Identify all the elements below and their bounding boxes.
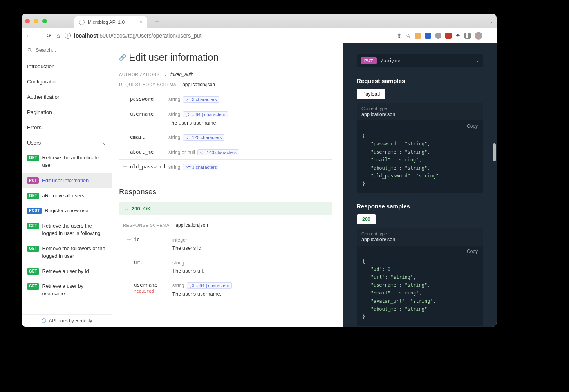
window-close-button[interactable] — [25, 19, 30, 23]
nav-item[interactable]: Errors — [22, 120, 112, 135]
link-icon[interactable]: 🔗 — [119, 54, 126, 61]
subnav-item[interactable]: GETaRetrieve all users — [22, 188, 112, 204]
response-codebox: Content type application/json Copy { "id… — [357, 228, 483, 326]
param-constraint: >= 3 characters — [183, 96, 220, 103]
extension-4[interactable] — [445, 33, 452, 39]
request-sample-code[interactable]: { "password": "string", "username": "str… — [357, 132, 483, 188]
method-badge: POST — [27, 208, 42, 214]
param-type: string or null — [168, 150, 195, 155]
payload-tab[interactable]: Payload — [357, 89, 385, 99]
param-constraint: >= 3 characters — [183, 164, 220, 170]
subnav-item[interactable]: POSTRegister a new user — [22, 203, 112, 219]
nav-section-users[interactable]: Users ⌄ — [22, 135, 112, 150]
subnav-label: Retrieve the users the logged in user is… — [42, 222, 106, 237]
subnav-item[interactable]: GETRetrieve a user by id — [22, 264, 112, 279]
nav-item[interactable]: Introduction — [22, 59, 112, 74]
extension-3[interactable] — [435, 33, 441, 39]
subnav-label: Retrieve a user by username — [42, 283, 106, 298]
nav-item[interactable]: Configuration — [22, 74, 112, 89]
response-200-tab[interactable]: 200 — [357, 214, 376, 224]
param-name: id — [123, 237, 172, 251]
subnav-item[interactable]: PUTEdit user information — [22, 173, 112, 188]
reload-button[interactable]: ⟳ — [47, 32, 52, 39]
new-tab-button[interactable]: + — [152, 16, 162, 26]
extension-1[interactable] — [415, 33, 421, 39]
param-name: about_me — [119, 149, 168, 155]
browser-window: Microblog API 1.0 × + ⌄ ← → ⟳ ⌂ i localh… — [22, 14, 497, 327]
param-description: The user's url. — [172, 268, 332, 274]
bookmark-icon[interactable]: ☆ — [406, 32, 411, 39]
responses-heading: Responses — [119, 188, 332, 196]
method-badge: GET — [27, 283, 39, 290]
redocly-icon — [41, 318, 47, 323]
tab-title: Microblog API 1.0 — [88, 20, 125, 25]
content-type-header: Content type application/json — [357, 228, 483, 246]
content: 🔗 Edit user information AUTHORIZATIONS: … — [112, 43, 497, 327]
page-title: 🔗 Edit user information — [119, 52, 332, 63]
back-button[interactable]: ← — [25, 32, 31, 39]
extensions-icon[interactable]: ✦ — [455, 32, 461, 39]
param-constraint: [ 3 .. 64 ] characters — [183, 111, 228, 117]
content-type-header: Content type application/json — [357, 103, 483, 120]
param-constraint: <= 140 characters — [197, 149, 239, 155]
forward-button[interactable]: → — [36, 32, 42, 39]
docs-panel: 🔗 Edit user information AUTHORIZATIONS: … — [112, 43, 343, 327]
scrollbar-thumb[interactable] — [493, 143, 496, 161]
browser-tab[interactable]: Microblog API 1.0 × — [74, 16, 147, 28]
method-pill: PUT — [361, 57, 377, 64]
subnav-label: Edit user information — [42, 177, 89, 184]
response-status-200[interactable]: ⌄ 200 OK — [119, 202, 332, 215]
footer-text: API docs by Redocly — [49, 318, 92, 323]
method-badge: GET — [27, 246, 39, 252]
authorizations-row: AUTHORIZATIONS: › token_auth — [119, 72, 332, 77]
url-input[interactable]: i localhost:5000/docs#tag/Users/operatio… — [65, 33, 392, 39]
response-samples-heading: Response samples — [357, 203, 483, 210]
profile-avatar[interactable] — [475, 32, 482, 40]
subnav-label: Retrieve a user by id — [42, 268, 89, 275]
search-input[interactable]: Search... — [22, 43, 112, 57]
subnav-item[interactable]: GETRetrieve the followers of the logged … — [22, 241, 112, 264]
param-row: usernamerequiredstring[ 3 .. 64 ] charac… — [123, 278, 332, 301]
window-maximize-button[interactable] — [42, 19, 47, 23]
extension-2[interactable] — [425, 33, 431, 39]
url-path: /docs#tag/Users/operation/users_put — [112, 33, 202, 39]
method-badge: GET — [27, 155, 39, 161]
tabs-chevron-icon[interactable]: ⌄ — [490, 18, 493, 24]
param-name: password — [119, 96, 168, 103]
subnav-item[interactable]: GETRetrieve the authenticated user — [22, 150, 112, 173]
expand-icon[interactable]: › — [165, 72, 166, 77]
svg-line-1 — [31, 51, 32, 52]
window-minimize-button[interactable] — [34, 19, 38, 23]
request-params: passwordstring>= 3 charactersusernamestr… — [119, 92, 332, 174]
method-badge: GET — [27, 268, 39, 275]
response-sample-code[interactable]: { "id": 0, "url": "string", "username": … — [357, 257, 483, 321]
share-icon[interactable]: ⇪ — [397, 32, 402, 39]
close-tab-icon[interactable]: × — [139, 19, 143, 25]
copy-button[interactable]: Copy — [357, 246, 483, 257]
request-samples-heading: Request samples — [357, 78, 483, 84]
subnav-item[interactable]: GETRetrieve the users the logged in user… — [22, 219, 112, 241]
home-button[interactable]: ⌂ — [56, 32, 60, 39]
method-badge: PUT — [27, 177, 39, 184]
nav-item[interactable]: Authentication — [22, 89, 112, 105]
param-name: username — [119, 111, 168, 126]
subnav-item[interactable]: GETRetrieve a user by username — [22, 279, 112, 302]
param-constraint: [ 3 .. 64 ] characters — [187, 282, 232, 289]
param-name: old_password — [119, 164, 168, 170]
chevron-down-icon: ⌄ — [475, 58, 479, 63]
redocly-footer[interactable]: API docs by Redocly — [22, 314, 112, 327]
svg-point-0 — [28, 48, 31, 51]
nav: IntroductionConfigurationAuthenticationP… — [22, 57, 112, 314]
extension-5[interactable] — [464, 33, 471, 39]
subnav-label: Retrieve the authenticated user — [42, 154, 106, 169]
site-info-icon[interactable]: i — [65, 33, 71, 39]
param-description: The user's username. — [168, 120, 332, 126]
copy-button[interactable]: Copy — [357, 120, 483, 132]
nav-item[interactable]: Pagination — [22, 105, 112, 120]
subnav-label: Register a new user — [45, 207, 90, 215]
browser-menu-icon[interactable]: ⋮ — [486, 31, 493, 40]
sidebar: Search... IntroductionConfigurationAuthe… — [22, 43, 112, 327]
endpoint-box[interactable]: PUT /api/me ⌄ — [357, 54, 483, 67]
param-type: string — [172, 283, 184, 288]
address-bar: ← → ⟳ ⌂ i localhost:5000/docs#tag/Users/… — [22, 28, 497, 43]
